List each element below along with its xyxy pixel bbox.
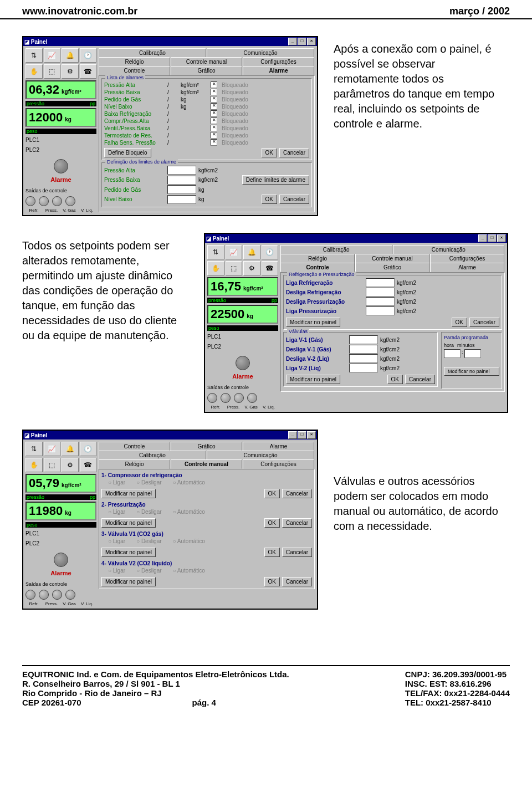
icon-phone[interactable]: ☎: [80, 64, 97, 79]
weight-value: 12000: [29, 110, 63, 125]
tab-cman[interactable]: Controle manual: [171, 57, 242, 66]
tab-graf[interactable]: Gráfico: [171, 66, 242, 75]
icon-clock[interactable]: 🕐: [80, 48, 97, 63]
tab-config[interactable]: Configurações: [243, 57, 314, 66]
maximize-icon[interactable]: □: [488, 234, 497, 242]
icon-bell[interactable]: 🔔: [62, 48, 79, 63]
close-icon[interactable]: ×: [307, 38, 316, 45]
close-icon[interactable]: ×: [307, 431, 316, 439]
minimize-icon[interactable]: _: [288, 38, 297, 45]
minimize-icon[interactable]: _: [288, 431, 297, 439]
tab-controle-manual[interactable]: Controle manual: [171, 459, 242, 469]
panel-window-3: ◪ Painel _□× ⇅📈🔔🕐 ✋⬚⚙☎ 05,79kgf/cm² pres…: [22, 430, 318, 610]
btn-bloqueio[interactable]: Define Bloqueio: [104, 148, 151, 157]
icon-cal[interactable]: ⬚: [44, 64, 61, 79]
maximize-icon[interactable]: □: [298, 38, 306, 45]
tab-calib[interactable]: Calibração: [99, 48, 206, 57]
caption-1: Após a conexão com o painel, é possível …: [334, 36, 500, 131]
page-number: pág. 4: [192, 698, 216, 707]
window-title: Painel: [31, 39, 47, 45]
icon-hand[interactable]: ✋: [25, 64, 43, 79]
icon-graph[interactable]: 📈: [44, 48, 61, 63]
tab-ctrl[interactable]: Controle: [99, 66, 170, 75]
tab-alarme[interactable]: Alarme: [243, 66, 314, 75]
pressure-value: 06,32: [29, 83, 59, 97]
tab-controle[interactable]: Controle: [280, 263, 355, 272]
close-icon[interactable]: ×: [497, 234, 506, 242]
maximize-icon[interactable]: □: [298, 431, 306, 439]
icon-gear[interactable]: ⚙: [62, 64, 79, 79]
panel-window-1: ◪ Painel _□× ⇅📈🔔🕐 ✋⬚⚙☎ 06,32kgf/cm² pres…: [22, 36, 318, 216]
caption-3: Válvulas e outros acessórios podem ser c…: [334, 430, 500, 534]
footer-company: EQUITRONIC Ind. e Com. de Equipamentos E…: [22, 670, 289, 679]
tab-comun[interactable]: Comunicação: [207, 48, 314, 57]
header-date: março / 2002: [449, 6, 510, 17]
minimize-icon[interactable]: _: [478, 234, 487, 242]
caption-2: Todos os setpoints podem ser alterados r…: [22, 233, 188, 343]
header-url: www.inovatronic.com.br: [22, 6, 137, 17]
tab-relogio[interactable]: Relógio: [99, 57, 170, 66]
alarm-led: [54, 159, 68, 173]
icon-pmax[interactable]: ⇅: [25, 48, 43, 63]
panel-window-2: ◪ Painel _□× ⇅📈🔔🕐 ✋⬚⚙☎ 16,75kgf/cm² pres…: [204, 233, 508, 413]
